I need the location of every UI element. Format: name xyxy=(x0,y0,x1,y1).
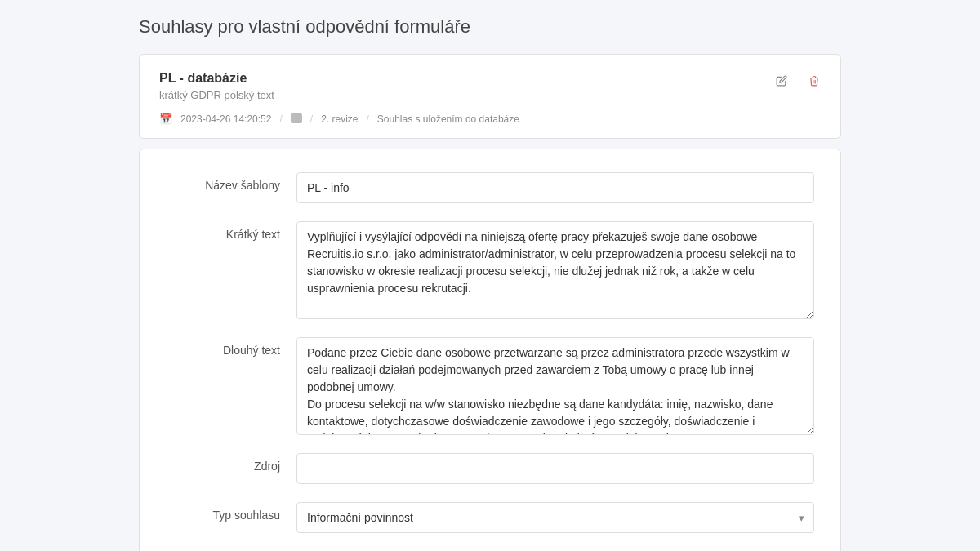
template-revisions: 2. revize xyxy=(321,113,358,125)
field-nazev-sablony: Název šablony xyxy=(166,172,814,203)
typ-souhlasu-wrapper: Informační povinnost Souhlas Jiné ▾ xyxy=(296,502,814,533)
zdroj-input[interactable] xyxy=(296,453,814,484)
template-card: PL - databázie krátký GDPR polský text 📅… xyxy=(139,54,841,139)
delete-button[interactable] xyxy=(801,68,827,94)
nazev-sablony-label: Název šablony xyxy=(166,172,296,192)
template-date: 2023-04-26 14:20:52 xyxy=(180,113,271,125)
kratky-text-label: Krátký text xyxy=(166,221,296,241)
folder-icon xyxy=(291,113,302,123)
typ-souhlasu-label: Typ souhlasu xyxy=(166,502,296,522)
template-actions xyxy=(768,68,827,94)
field-typ-souhlasu: Typ souhlasu Informační povinnost Souhla… xyxy=(166,502,814,533)
dlouhy-text-label: Dlouhý text xyxy=(166,337,296,357)
dlouhy-text-input[interactable]: Podane przez Ciebie dane osobowe przetwa… xyxy=(296,337,814,435)
field-dlouhy-text: Dlouhý text Podane przez Ciebie dane oso… xyxy=(166,337,814,435)
nazev-sablony-input[interactable] xyxy=(296,172,814,203)
form-card: Název šablony Krátký text Vyplňující i v… xyxy=(139,149,841,551)
template-db-label: Souhlas s uložením do databáze xyxy=(377,113,519,125)
kratky-text-input[interactable]: Vyplňující i vysýlající odpovědí na nini… xyxy=(296,221,814,319)
template-name: PL - databázie xyxy=(159,71,821,86)
typ-souhlasu-select[interactable]: Informační povinnost Souhlas Jiné xyxy=(296,502,814,533)
zdroj-label: Zdroj xyxy=(166,453,296,473)
field-kratky-text: Krátký text Vyplňující i vysýlající odpo… xyxy=(166,221,814,319)
edit-button[interactable] xyxy=(768,68,795,94)
template-description: krátký GDPR polský text xyxy=(159,89,821,101)
field-zdroj: Zdroj xyxy=(166,453,814,484)
page-title: Souhlasy pro vlastní odpovědní formuláře xyxy=(139,16,841,38)
template-meta: 📅 2023-04-26 14:20:52 / / 2. revize / So… xyxy=(159,113,821,125)
